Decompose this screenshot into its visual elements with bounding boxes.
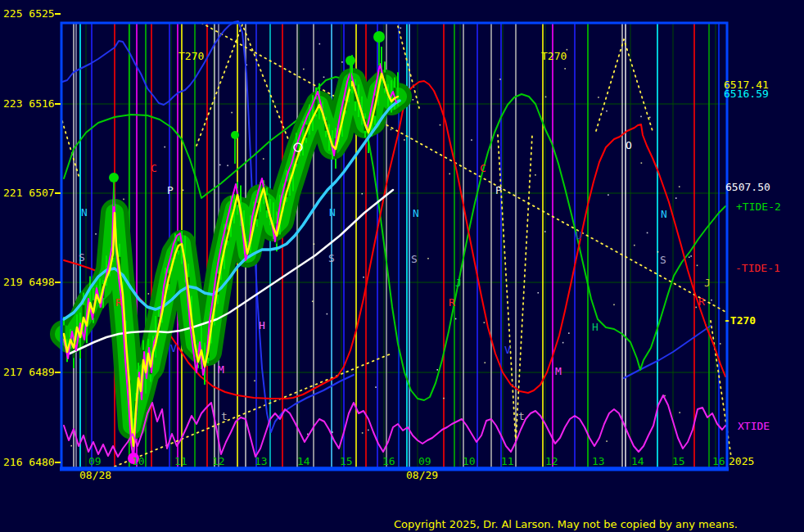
- star-speck: [436, 369, 438, 371]
- curve-letter-U: U: [576, 229, 582, 241]
- hour-label: 10: [463, 455, 476, 467]
- curve-letter-M: M: [555, 365, 562, 377]
- y-axis-right-label-2025: 2025: [729, 455, 754, 467]
- curve-letter-N: N: [413, 207, 419, 219]
- star-speck: [720, 343, 721, 345]
- hour-label: 09: [418, 455, 431, 467]
- green-ball-marker: [373, 31, 385, 43]
- curve-letter-N: N: [329, 206, 336, 219]
- curve-letter-N: N: [661, 208, 667, 220]
- star-speck: [227, 165, 228, 166]
- y-axis-right-label-XTIDE: XTIDE: [738, 420, 770, 432]
- y-axis-left-label: 221 6507: [3, 187, 55, 199]
- star-speck: [362, 432, 364, 434]
- star-speck: [537, 292, 539, 294]
- curve-letter-R: R: [115, 296, 122, 309]
- green-ball-marker: [346, 56, 355, 65]
- star-speck: [95, 233, 97, 235]
- star-speck: [690, 255, 692, 257]
- star-speck: [449, 174, 450, 175]
- curve-letter-M: M: [218, 363, 224, 376]
- star-speck: [499, 79, 501, 80]
- y-axis-right-label-651659: 6516.59: [724, 88, 769, 100]
- star-speck: [545, 97, 547, 98]
- star-speck: [598, 97, 599, 98]
- star-speck: [332, 431, 333, 433]
- curve-letter-H: H: [592, 321, 598, 333]
- star-speck: [606, 110, 608, 112]
- star-speck: [697, 265, 698, 267]
- star-speck: [327, 313, 328, 315]
- star-speck: [606, 440, 608, 442]
- curve-letter-C: C: [151, 162, 157, 174]
- y-axis-left-label: 219 6498: [3, 276, 55, 288]
- star-speck: [440, 124, 441, 126]
- green-ball-marker: [231, 131, 239, 139]
- star-speck: [613, 304, 615, 305]
- star-speck: [634, 245, 635, 246]
- star-speck: [484, 322, 486, 323]
- y-axis-left-label: 225 6525: [3, 7, 55, 20]
- star-speck: [675, 197, 677, 199]
- hour-label: 10: [132, 455, 145, 467]
- star-speck: [679, 412, 680, 413]
- star-speck: [568, 332, 570, 334]
- star-speck: [70, 445, 72, 447]
- hour-label: 14: [631, 455, 644, 467]
- star-speck: [404, 139, 405, 141]
- curve-letter-V: V: [170, 342, 177, 354]
- y-axis-right-label-T270: -T270: [724, 314, 756, 327]
- star-speck: [183, 190, 184, 192]
- star-speck: [455, 318, 457, 320]
- curve-letter-S: S: [328, 252, 335, 264]
- star-speck: [400, 27, 402, 29]
- star-speck: [231, 112, 233, 114]
- star-speck: [254, 380, 255, 381]
- hour-label: 14: [297, 455, 310, 467]
- star-speck: [341, 61, 343, 63]
- star-speck: [689, 256, 690, 258]
- star-speck: [443, 398, 445, 399]
- hour-label: 15: [672, 455, 685, 467]
- star-speck: [219, 165, 221, 166]
- curve-letter-t: t: [518, 410, 525, 422]
- star-speck: [413, 99, 414, 101]
- curve-letter-R: R: [449, 296, 455, 309]
- price-chart-canvas: T270T270CCPPNNNNSSSSJJRRRHHMMVVOUtt225 6…: [0, 0, 804, 532]
- curve-letter-N: N: [81, 206, 88, 219]
- star-speck: [562, 342, 564, 344]
- chaos-trader-chart-page: 225 6525 S&P E-Mini Dr. Al Larson's Chao…: [0, 0, 804, 532]
- curve-letter-V: V: [504, 344, 511, 356]
- curve-letter-S: S: [411, 253, 418, 265]
- curve-letter-J: J: [455, 277, 462, 289]
- star-speck: [263, 158, 264, 160]
- star-speck: [303, 69, 305, 70]
- star-speck: [363, 277, 364, 278]
- y-axis-left-label: 223 6516: [3, 97, 55, 110]
- curve-letter-S: S: [79, 251, 85, 264]
- curve-letter-H: H: [259, 319, 265, 331]
- star-speck: [471, 139, 472, 141]
- curve-letter-P: P: [495, 184, 502, 196]
- star-speck: [319, 43, 321, 45]
- star-speck: [484, 362, 486, 363]
- y-axis-left-label: 216 6480: [3, 456, 55, 468]
- star-speck: [314, 243, 315, 245]
- star-speck: [564, 68, 566, 70]
- curve-letter-T270: T270: [178, 50, 204, 62]
- hour-label: 13: [592, 455, 605, 467]
- star-speck: [544, 231, 546, 232]
- curve-letter-t: t: [221, 410, 228, 422]
- star-speck: [164, 147, 165, 148]
- y-axis-right-label-TIDE1: -TIDE-1: [735, 262, 780, 274]
- hour-label: 16: [712, 455, 725, 467]
- green-ball-marker: [109, 173, 119, 183]
- hour-label: 11: [501, 455, 514, 467]
- y-axis-left-label: 217 6489: [3, 366, 55, 378]
- star-speck: [391, 129, 392, 131]
- curve-letter-J: J: [704, 277, 711, 289]
- star-speck: [361, 193, 363, 195]
- hour-label: 11: [174, 455, 187, 467]
- star-speck: [427, 258, 429, 259]
- hour-label: 15: [340, 455, 353, 467]
